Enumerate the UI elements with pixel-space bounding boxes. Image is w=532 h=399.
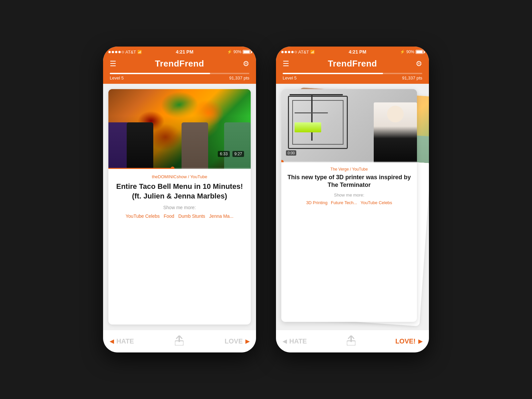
- card-front-title: This new type of 3D printer was inspired…: [287, 174, 412, 189]
- person4: [224, 122, 251, 169]
- carrier-label-1: AT&T: [125, 50, 136, 55]
- timestamp-1: 6:33: [218, 151, 229, 157]
- signal-dot-3: [115, 51, 117, 53]
- status-bar-1: AT&T 📶 4:21 PM ⚡ 90%: [103, 47, 256, 56]
- status-bar-2: AT&T 📶 4:21 PM ⚡ 90%: [276, 47, 429, 56]
- phone-1: AT&T 📶 4:21 PM ⚡ 90% ☰ TrendFrend ⚙: [103, 47, 256, 352]
- timestamp-front: 0:00: [286, 150, 296, 156]
- carrier-label-2: AT&T: [298, 50, 309, 55]
- gear-icon-1[interactable]: ⚙: [243, 60, 249, 68]
- printer-bar-h: [290, 94, 343, 95]
- printer-rail: [295, 112, 328, 113]
- printer-print-bed: [295, 122, 321, 132]
- progress-track-2: [283, 73, 422, 74]
- wifi-icon-2: 📶: [310, 50, 315, 54]
- hate-button-2[interactable]: ◀ HATE: [283, 337, 307, 345]
- video-progress-1[interactable]: [108, 168, 251, 169]
- love-button-2[interactable]: LOVE! ▶: [395, 337, 422, 345]
- tag-jenna[interactable]: Jenna Ma...: [209, 213, 233, 219]
- wifi-icon-1: 📶: [137, 50, 142, 54]
- battery-icon-2: [416, 50, 424, 54]
- card-front-show-more: Show me more:: [287, 193, 412, 198]
- signal-dot-2-2: [285, 51, 287, 53]
- status-time-1: 4:21 PM: [176, 49, 194, 55]
- menu-icon-2[interactable]: ☰: [283, 60, 289, 67]
- hate-button-1[interactable]: ◀ HATE: [110, 337, 134, 345]
- signal-dot-2-5: [295, 51, 297, 53]
- card-front-body: The Verge / YouTube This new type of 3D …: [281, 162, 417, 322]
- person-in-printer: [374, 102, 417, 162]
- progress-fill-1: [110, 73, 210, 74]
- video-progress-dot-1: [171, 167, 175, 169]
- status-left-2: AT&T 📶: [281, 50, 315, 55]
- app-title-2: TrendFrend: [328, 59, 377, 69]
- card-front-tags: 3D Printing Future Tech... YouTube Celeb…: [287, 200, 412, 205]
- card-front-tag-2[interactable]: Future Tech...: [331, 200, 357, 205]
- status-right-1: ⚡ 90%: [227, 50, 251, 54]
- progress-labels-2: Level 5 91,337 pts: [283, 75, 422, 80]
- video-progress-fill-2: [281, 161, 282, 162]
- battery-percent-1: 90%: [233, 50, 241, 54]
- main-content-2: Entire Taco Bell Menu in 10 Minutes! ft.…: [276, 84, 429, 330]
- card-front-tag-3[interactable]: YouTube Celebs: [360, 200, 392, 205]
- signal-dot-2-1: [281, 51, 284, 53]
- gear-icon-2[interactable]: ⚙: [416, 60, 422, 68]
- video-progress-fill-1: [108, 168, 173, 169]
- status-right-2: ⚡ 90%: [400, 50, 424, 54]
- signal-dot-1: [108, 51, 111, 53]
- share-icon-1: [175, 335, 184, 345]
- chevron-left-2: ◀: [283, 338, 287, 344]
- signal-dot-2-3: [288, 51, 290, 53]
- battery-icon-1: [243, 50, 251, 54]
- tag-youtube-celebs[interactable]: YouTube Celebs: [126, 213, 160, 219]
- love-button-1[interactable]: LOVE ▶: [225, 337, 249, 345]
- main-content-1: 6:33 9:27 theDOMINICshow / YouTube Entir…: [103, 84, 256, 330]
- card-1: 6:33 9:27 theDOMINICshow / YouTube Entir…: [108, 89, 251, 325]
- signal-dot-2: [112, 51, 114, 53]
- timestamp-area: 6:33 9:27: [218, 151, 244, 157]
- hate-label-2: HATE: [289, 337, 307, 345]
- love-label-2: LOVE!: [395, 337, 416, 345]
- share-icon-2: [347, 335, 355, 345]
- progress-area-1: Level 5 91,337 pts: [103, 73, 256, 84]
- share-button-1[interactable]: [175, 335, 184, 347]
- menu-icon-1[interactable]: ☰: [110, 60, 116, 67]
- progress-track-1: [110, 73, 249, 74]
- card-stack: Entire Taco Bell Menu in 10 Minutes! ft.…: [281, 89, 424, 325]
- status-left-1: AT&T 📶: [108, 50, 142, 55]
- card-front-tag-1[interactable]: 3D Printing: [306, 200, 328, 205]
- chevron-left-1: ◀: [110, 338, 114, 344]
- video-progress-2: [281, 161, 417, 162]
- card-source-1: theDOMINICshow / YouTube: [115, 174, 244, 179]
- person2: [127, 122, 153, 169]
- progress-fill-2: [283, 73, 383, 74]
- bluetooth-icon-2: ⚡: [400, 50, 405, 54]
- chevron-right-2: ▶: [418, 338, 422, 344]
- phones-container: AT&T 📶 4:21 PM ⚡ 90% ☰ TrendFrend ⚙: [103, 47, 429, 352]
- points-label-1: 91,337 pts: [229, 75, 249, 80]
- app-header-2: ☰ TrendFrend ⚙: [276, 56, 429, 73]
- battery-fill-1: [243, 51, 250, 53]
- tag-dumb-stunts[interactable]: Dumb Stunts: [178, 213, 205, 219]
- card-body-1: theDOMINICshow / YouTube Entire Taco Bel…: [108, 169, 251, 325]
- hate-label-1: HATE: [116, 337, 134, 345]
- printer-image: 0:00: [281, 89, 417, 162]
- share-button-2[interactable]: [347, 335, 355, 347]
- love-label-1: LOVE: [225, 337, 243, 345]
- card-front-source: The Verge / YouTube: [287, 167, 412, 172]
- points-label-2: 91,337 pts: [402, 75, 422, 80]
- tags-1: YouTube Celebs Food Dumb Stunts Jenna Ma…: [115, 213, 244, 219]
- bluetooth-icon-1: ⚡: [227, 50, 232, 54]
- person3: [182, 122, 208, 169]
- signal-dots-2: [281, 51, 297, 53]
- app-title-1: TrendFrend: [155, 59, 204, 69]
- printer-bar-v: [311, 94, 313, 141]
- card-front: 0:00 The Verge / YouTube This new type o…: [281, 89, 417, 322]
- battery-fill-2: [416, 51, 423, 53]
- tag-food[interactable]: Food: [164, 213, 174, 219]
- signal-dot-2-4: [291, 51, 294, 53]
- level-label-1: Level 5: [110, 75, 124, 80]
- chevron-right-1: ▶: [245, 338, 249, 344]
- app-header-1: ☰ TrendFrend ⚙: [103, 56, 256, 73]
- signal-dots-1: [108, 51, 124, 53]
